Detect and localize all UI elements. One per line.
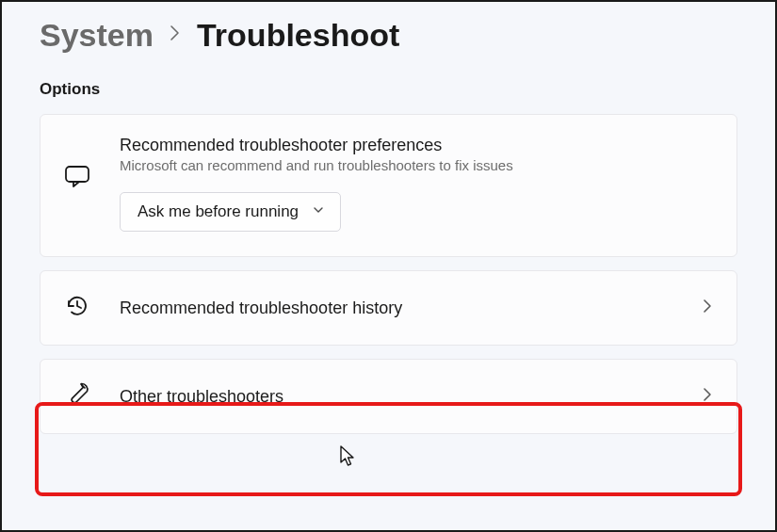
chevron-right-icon <box>701 297 714 319</box>
breadcrumb-parent[interactable]: System <box>40 17 154 54</box>
preferences-card: Recommended troubleshooter preferences M… <box>40 114 737 257</box>
cursor-icon <box>339 444 358 473</box>
breadcrumb-current: Troubleshoot <box>197 17 399 54</box>
other-troubleshooters-card[interactable]: Other troubleshooters <box>40 359 737 434</box>
history-card[interactable]: Recommended troubleshooter history <box>40 270 737 346</box>
svg-rect-0 <box>66 167 89 182</box>
chevron-right-icon <box>169 24 182 48</box>
chevron-right-icon <box>701 385 714 408</box>
preferences-title: Recommended troubleshooter preferences <box>120 136 714 155</box>
dropdown-value: Ask me before running <box>138 202 299 221</box>
breadcrumb: System Troubleshoot <box>2 2 775 54</box>
chevron-down-icon <box>312 202 325 221</box>
history-icon <box>63 292 91 324</box>
section-header-options: Options <box>40 80 775 99</box>
other-troubleshooters-title: Other troubleshooters <box>120 387 701 407</box>
history-title: Recommended troubleshooter history <box>120 298 701 318</box>
preferences-description: Microsoft can recommend and run troubles… <box>120 157 714 173</box>
wrench-icon <box>63 380 91 412</box>
preferences-dropdown[interactable]: Ask me before running <box>120 192 341 232</box>
message-icon <box>63 162 91 194</box>
